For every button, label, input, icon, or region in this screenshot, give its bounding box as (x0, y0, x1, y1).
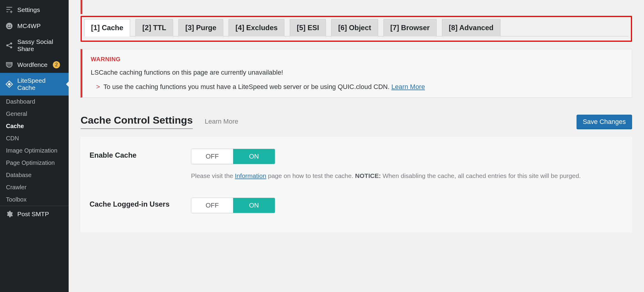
sidebar-item-settings[interactable]: Settings (0, 2, 69, 18)
svg-point-1 (8, 25, 9, 26)
tab-ttl[interactable]: [2] TTL (135, 19, 173, 36)
sidebar-item-label: Post SMTP (17, 210, 49, 218)
warning-body: LSCache caching functions on this page a… (91, 69, 623, 76)
svg-point-2 (10, 25, 11, 26)
toggle-off[interactable]: OFF (191, 198, 233, 213)
sidebar-item-wordfence[interactable]: Wordfence 2 (0, 57, 69, 73)
settings-icon (5, 6, 13, 14)
toggle-on[interactable]: ON (233, 198, 275, 213)
svg-point-5 (10, 46, 12, 48)
share-icon (5, 42, 13, 49)
submenu-general[interactable]: General (0, 108, 69, 120)
tab-advanced[interactable]: [8] Advanced (442, 19, 500, 36)
main-content: DISMISS [1] Cache [2] TTL [3] Purge [4] … (69, 0, 644, 292)
submenu-cache[interactable]: Cache (0, 120, 69, 132)
sidebar-item-label: Settings (17, 6, 40, 13)
chevron-right-icon: > (96, 83, 100, 90)
toggle-on[interactable]: ON (233, 149, 275, 164)
tab-browser[interactable]: [7] Browser (383, 19, 437, 36)
enable-cache-toggle[interactable]: OFF ON (191, 149, 275, 164)
svg-point-0 (6, 23, 13, 29)
submenu-dashboard[interactable]: Dashboard (0, 96, 69, 108)
svg-point-4 (10, 42, 12, 44)
svg-point-3 (6, 44, 8, 47)
tab-cache[interactable]: [1] Cache (84, 19, 130, 36)
tab-object[interactable]: [6] Object (331, 19, 378, 36)
admin-sidebar: Settings MC4WP Sassy Social Share Wordfe… (0, 0, 69, 292)
setting-cache-logged-in: Cache Logged-in Users OFF ON (81, 191, 632, 225)
notice-remnant: DISMISS (81, 0, 644, 14)
submenu-toolbox[interactable]: Toolbox (0, 193, 69, 206)
sidebar-item-label: Sassy Social Share (17, 38, 63, 53)
tab-excludes[interactable]: [4] Excludes (229, 19, 284, 36)
setting-label: Enable Cache (90, 149, 191, 159)
litespeed-icon (5, 80, 13, 88)
sidebar-item-sassy-social[interactable]: Sassy Social Share (0, 34, 69, 57)
tab-esi[interactable]: [5] ESI (290, 19, 326, 36)
section-header: Cache Control Settings Learn More Save C… (81, 114, 632, 129)
submenu-image-optimization[interactable]: Image Optimization (0, 145, 69, 157)
sidebar-item-label: Wordfence (17, 61, 47, 68)
setting-enable-cache: Enable Cache OFF ON Please visit the Inf… (81, 145, 632, 191)
sidebar-item-litespeed[interactable]: LiteSpeed Cache (0, 73, 69, 96)
warning-detail: > To use the caching functions you must … (91, 83, 623, 91)
tabs-highlight-box: [1] Cache [2] TTL [3] Purge [4] Excludes… (81, 16, 632, 42)
settings-table: Enable Cache OFF ON Please visit the Inf… (81, 137, 632, 232)
section-title: Cache Control Settings (81, 114, 193, 129)
sidebar-item-mc4wp[interactable]: MC4WP (0, 18, 69, 34)
settings-tabs: [1] Cache [2] TTL [3] Purge [4] Excludes… (84, 19, 628, 36)
section-learn-more-link[interactable]: Learn More (205, 118, 238, 125)
warning-title: WARNING (91, 56, 623, 63)
wordfence-icon (5, 61, 13, 69)
notification-badge: 2 (53, 61, 60, 68)
warning-learn-more-link[interactable]: Learn More (391, 83, 425, 90)
warning-notice: WARNING LSCache caching functions on thi… (81, 49, 632, 98)
submenu-database[interactable]: Database (0, 169, 69, 181)
submenu-page-optimization[interactable]: Page Optimization (0, 157, 69, 169)
save-changes-button[interactable]: Save Changes (577, 115, 632, 129)
sidebar-item-label: MC4WP (17, 22, 41, 30)
gear-icon (5, 210, 13, 218)
setting-description: Please visit the Information page on how… (191, 171, 623, 180)
setting-label: Cache Logged-in Users (90, 198, 191, 208)
sidebar-item-post-smtp[interactable]: Post SMTP (0, 206, 69, 222)
cache-logged-in-toggle[interactable]: OFF ON (191, 198, 275, 213)
information-link[interactable]: Information (235, 172, 266, 179)
submenu-crawler[interactable]: Crawler (0, 181, 69, 193)
sidebar-item-label: LiteSpeed Cache (17, 77, 63, 91)
toggle-off[interactable]: OFF (191, 149, 233, 164)
tab-purge[interactable]: [3] Purge (178, 19, 223, 36)
mc4wp-icon (5, 22, 13, 30)
submenu-cdn[interactable]: CDN (0, 132, 69, 145)
